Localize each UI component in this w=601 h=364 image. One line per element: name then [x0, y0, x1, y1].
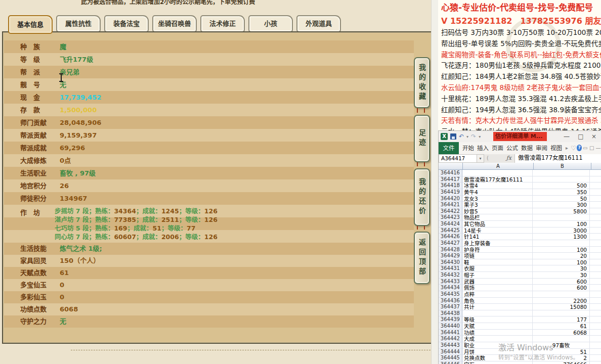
- cell-b[interactable]: 300: [533, 202, 590, 208]
- name-box[interactable]: A364417: [439, 154, 477, 163]
- cell-c[interactable]: [590, 247, 601, 253]
- cell-b[interactable]: 1300: [533, 234, 590, 240]
- column-header-a[interactable]: A: [463, 163, 534, 170]
- workbook-window-icon-3[interactable]: —: [595, 142, 601, 154]
- cell-a[interactable]: 果子3: [462, 202, 533, 208]
- cell-c[interactable]: [590, 189, 601, 196]
- name-box-dropdown-icon[interactable]: ▾: [477, 154, 484, 163]
- row-number[interactable]: 364446: [439, 361, 462, 364]
- maximize-button[interactable]: □: [574, 131, 587, 142]
- cell-b[interactable]: 6068: [533, 330, 590, 336]
- row-number[interactable]: 364427: [439, 240, 462, 247]
- formula-input[interactable]: 傲雪凌霜177女魔16111: [514, 154, 601, 163]
- workbook-window-icon-1[interactable]: ▭: [582, 142, 588, 154]
- ribbon-tab-开始[interactable]: 开始: [461, 142, 476, 154]
- cell-a[interactable]: 针141: [462, 234, 533, 240]
- cell-b[interactable]: 2200: [533, 298, 590, 304]
- cell-b[interactable]: 30: [533, 272, 590, 279]
- tab-法术修正[interactable]: 法术修正: [200, 15, 245, 32]
- row-number[interactable]: 364438: [439, 310, 462, 317]
- cell-c[interactable]: [590, 208, 601, 215]
- cell-b[interactable]: 3000: [533, 228, 590, 234]
- cell-a[interactable]: 衣服: [462, 265, 533, 272]
- cell-b[interactable]: 50: [533, 196, 590, 202]
- row-number[interactable]: 364419: [439, 189, 462, 196]
- cell-a[interactable]: 角色: [462, 298, 533, 304]
- cell-a[interactable]: 冰雪4: [462, 183, 533, 189]
- cell-c[interactable]: [590, 323, 601, 330]
- row-number[interactable]: 364444: [439, 349, 462, 355]
- cell-c[interactable]: [590, 240, 601, 247]
- cell-c[interactable]: [590, 221, 601, 228]
- cell-c[interactable]: [590, 170, 601, 176]
- workbook-window-icon-2[interactable]: □: [588, 142, 595, 154]
- cell-b[interactable]: 600: [533, 285, 590, 291]
- cell-c[interactable]: [590, 304, 601, 310]
- cell-a[interactable]: 14星卡: [462, 228, 533, 234]
- cell-b[interactable]: [533, 176, 590, 183]
- quick-access-dropdown-icon[interactable]: ▾: [479, 134, 481, 139]
- cell-b[interactable]: [533, 170, 590, 176]
- cell-c[interactable]: [590, 259, 601, 266]
- cell-c[interactable]: [590, 298, 601, 304]
- ribbon-more-icon[interactable]: ▸: [564, 142, 570, 154]
- cell-c[interactable]: [590, 272, 601, 279]
- row-number[interactable]: 364443: [439, 342, 462, 349]
- cell-b[interactable]: [533, 291, 590, 298]
- tab-基本信息[interactable]: 基本信息: [8, 15, 53, 34]
- row-number[interactable]: 364441: [439, 330, 462, 336]
- cell-a[interactable]: 功绩: [462, 330, 533, 336]
- row-number[interactable]: 364428: [439, 247, 462, 253]
- row-number[interactable]: 364420: [439, 196, 462, 202]
- ribbon-tab-视图[interactable]: 视图: [549, 142, 564, 154]
- cell-c[interactable]: [590, 316, 601, 323]
- redo-icon[interactable]: ↷: [471, 133, 476, 140]
- cell-a[interactable]: 帽子: [462, 272, 533, 279]
- row-number[interactable]: 364439: [439, 316, 462, 323]
- cell-a[interactable]: 妙音5: [462, 208, 533, 215]
- minimize-button[interactable]: —: [560, 131, 573, 142]
- cell-b[interactable]: 5800: [533, 208, 590, 215]
- row-number[interactable]: 364436: [439, 298, 462, 304]
- row-number[interactable]: 364418: [439, 183, 462, 189]
- cell-a[interactable]: 其它物品: [462, 221, 533, 228]
- ribbon-tab-文件[interactable]: 文件: [439, 142, 459, 154]
- row-number[interactable]: 364421: [439, 202, 462, 208]
- cell-c[interactable]: [590, 265, 601, 272]
- cell-c[interactable]: [590, 228, 601, 234]
- row-number[interactable]: 364422: [439, 208, 462, 215]
- row-number[interactable]: 364433: [439, 279, 462, 285]
- cell-c[interactable]: [590, 183, 601, 189]
- cell-b[interactable]: 100: [533, 247, 590, 253]
- row-number[interactable]: 364426: [439, 234, 462, 240]
- undo-icon[interactable]: ↶: [459, 133, 464, 140]
- cell-c[interactable]: [590, 310, 601, 317]
- row-number[interactable]: 364435: [439, 291, 462, 298]
- row-number[interactable]: 364416: [439, 170, 462, 176]
- cell-a[interactable]: 佩饰: [462, 285, 533, 291]
- column-header-b[interactable]: B: [534, 163, 591, 170]
- tab-坐骑召唤兽[interactable]: 坐骑召唤兽: [152, 15, 197, 32]
- cell-a[interactable]: 武器: [462, 279, 533, 285]
- tab-装备法宝[interactable]: 装备法宝: [104, 15, 149, 32]
- row-number[interactable]: 364432: [439, 272, 462, 279]
- row-number[interactable]: 364445: [439, 355, 462, 361]
- close-button[interactable]: ×: [587, 131, 600, 142]
- row-number[interactable]: 364425: [439, 228, 462, 234]
- cell-b[interactable]: [533, 240, 590, 247]
- cell-a[interactable]: [462, 170, 533, 176]
- cell-c[interactable]: [590, 336, 601, 342]
- tab-外观道具[interactable]: 外观道具: [296, 15, 341, 32]
- cell-a[interactable]: 宝石: [462, 361, 533, 364]
- ribbon-tab-公式[interactable]: 公式: [505, 142, 520, 154]
- cell-a[interactable]: 身上穿装备: [462, 240, 533, 247]
- cell-c[interactable]: [590, 279, 601, 285]
- side-button-返回顶部[interactable]: 返回顶部: [414, 232, 430, 284]
- ribbon-tab-数据[interactable]: 数据: [520, 142, 534, 154]
- cell-a[interactable]: 点粹: [462, 291, 533, 298]
- cell-b[interactable]: [533, 310, 590, 317]
- cell-c[interactable]: [590, 330, 601, 336]
- ribbon-tab-审阅[interactable]: 审阅: [534, 142, 549, 154]
- row-number[interactable]: 364440: [439, 323, 462, 330]
- row-number[interactable]: 364423: [439, 214, 462, 221]
